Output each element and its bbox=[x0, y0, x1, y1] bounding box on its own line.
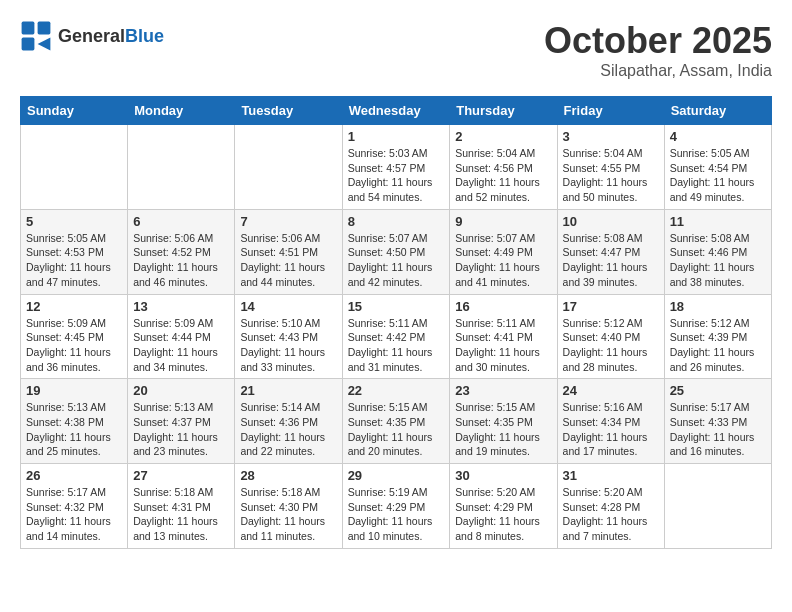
calendar-cell: 30Sunrise: 5:20 AM Sunset: 4:29 PM Dayli… bbox=[450, 464, 557, 549]
title-block: October 2025 Silapathar, Assam, India bbox=[544, 20, 772, 80]
day-number: 24 bbox=[563, 383, 659, 398]
calendar-cell: 24Sunrise: 5:16 AM Sunset: 4:34 PM Dayli… bbox=[557, 379, 664, 464]
day-number: 3 bbox=[563, 129, 659, 144]
day-number: 13 bbox=[133, 299, 229, 314]
day-number: 11 bbox=[670, 214, 766, 229]
weekday-header-friday: Friday bbox=[557, 97, 664, 125]
weekday-header-saturday: Saturday bbox=[664, 97, 771, 125]
day-number: 29 bbox=[348, 468, 445, 483]
calendar-week-row: 12Sunrise: 5:09 AM Sunset: 4:45 PM Dayli… bbox=[21, 294, 772, 379]
month-title: October 2025 bbox=[544, 20, 772, 62]
calendar-cell bbox=[664, 464, 771, 549]
calendar-cell: 10Sunrise: 5:08 AM Sunset: 4:47 PM Dayli… bbox=[557, 209, 664, 294]
calendar-cell: 9Sunrise: 5:07 AM Sunset: 4:49 PM Daylig… bbox=[450, 209, 557, 294]
day-info: Sunrise: 5:03 AM Sunset: 4:57 PM Dayligh… bbox=[348, 146, 445, 205]
day-info: Sunrise: 5:17 AM Sunset: 4:33 PM Dayligh… bbox=[670, 400, 766, 459]
svg-marker-3 bbox=[38, 38, 51, 51]
day-number: 9 bbox=[455, 214, 551, 229]
day-info: Sunrise: 5:07 AM Sunset: 4:49 PM Dayligh… bbox=[455, 231, 551, 290]
day-info: Sunrise: 5:20 AM Sunset: 4:29 PM Dayligh… bbox=[455, 485, 551, 544]
calendar-cell: 23Sunrise: 5:15 AM Sunset: 4:35 PM Dayli… bbox=[450, 379, 557, 464]
day-info: Sunrise: 5:15 AM Sunset: 4:35 PM Dayligh… bbox=[348, 400, 445, 459]
day-number: 19 bbox=[26, 383, 122, 398]
day-number: 20 bbox=[133, 383, 229, 398]
day-info: Sunrise: 5:18 AM Sunset: 4:31 PM Dayligh… bbox=[133, 485, 229, 544]
weekday-header-monday: Monday bbox=[128, 97, 235, 125]
day-info: Sunrise: 5:11 AM Sunset: 4:41 PM Dayligh… bbox=[455, 316, 551, 375]
day-number: 7 bbox=[240, 214, 336, 229]
weekday-header-row: SundayMondayTuesdayWednesdayThursdayFrid… bbox=[21, 97, 772, 125]
calendar-cell: 31Sunrise: 5:20 AM Sunset: 4:28 PM Dayli… bbox=[557, 464, 664, 549]
day-number: 30 bbox=[455, 468, 551, 483]
calendar-cell: 14Sunrise: 5:10 AM Sunset: 4:43 PM Dayli… bbox=[235, 294, 342, 379]
day-info: Sunrise: 5:04 AM Sunset: 4:55 PM Dayligh… bbox=[563, 146, 659, 205]
calendar-cell: 16Sunrise: 5:11 AM Sunset: 4:41 PM Dayli… bbox=[450, 294, 557, 379]
day-info: Sunrise: 5:06 AM Sunset: 4:52 PM Dayligh… bbox=[133, 231, 229, 290]
calendar-cell: 1Sunrise: 5:03 AM Sunset: 4:57 PM Daylig… bbox=[342, 125, 450, 210]
day-number: 4 bbox=[670, 129, 766, 144]
day-number: 1 bbox=[348, 129, 445, 144]
day-info: Sunrise: 5:13 AM Sunset: 4:38 PM Dayligh… bbox=[26, 400, 122, 459]
calendar-week-row: 5Sunrise: 5:05 AM Sunset: 4:53 PM Daylig… bbox=[21, 209, 772, 294]
calendar-cell: 15Sunrise: 5:11 AM Sunset: 4:42 PM Dayli… bbox=[342, 294, 450, 379]
calendar-cell bbox=[128, 125, 235, 210]
day-info: Sunrise: 5:15 AM Sunset: 4:35 PM Dayligh… bbox=[455, 400, 551, 459]
calendar-table: SundayMondayTuesdayWednesdayThursdayFrid… bbox=[20, 96, 772, 549]
day-info: Sunrise: 5:20 AM Sunset: 4:28 PM Dayligh… bbox=[563, 485, 659, 544]
calendar-cell: 21Sunrise: 5:14 AM Sunset: 4:36 PM Dayli… bbox=[235, 379, 342, 464]
weekday-header-thursday: Thursday bbox=[450, 97, 557, 125]
calendar-cell: 27Sunrise: 5:18 AM Sunset: 4:31 PM Dayli… bbox=[128, 464, 235, 549]
day-info: Sunrise: 5:04 AM Sunset: 4:56 PM Dayligh… bbox=[455, 146, 551, 205]
calendar-cell: 3Sunrise: 5:04 AM Sunset: 4:55 PM Daylig… bbox=[557, 125, 664, 210]
calendar-week-row: 19Sunrise: 5:13 AM Sunset: 4:38 PM Dayli… bbox=[21, 379, 772, 464]
day-info: Sunrise: 5:09 AM Sunset: 4:45 PM Dayligh… bbox=[26, 316, 122, 375]
day-number: 22 bbox=[348, 383, 445, 398]
location-title: Silapathar, Assam, India bbox=[544, 62, 772, 80]
calendar-cell: 18Sunrise: 5:12 AM Sunset: 4:39 PM Dayli… bbox=[664, 294, 771, 379]
day-number: 12 bbox=[26, 299, 122, 314]
day-number: 21 bbox=[240, 383, 336, 398]
day-number: 2 bbox=[455, 129, 551, 144]
calendar-cell: 11Sunrise: 5:08 AM Sunset: 4:46 PM Dayli… bbox=[664, 209, 771, 294]
day-number: 18 bbox=[670, 299, 766, 314]
day-info: Sunrise: 5:16 AM Sunset: 4:34 PM Dayligh… bbox=[563, 400, 659, 459]
day-info: Sunrise: 5:12 AM Sunset: 4:39 PM Dayligh… bbox=[670, 316, 766, 375]
calendar-cell: 19Sunrise: 5:13 AM Sunset: 4:38 PM Dayli… bbox=[21, 379, 128, 464]
calendar-cell: 12Sunrise: 5:09 AM Sunset: 4:45 PM Dayli… bbox=[21, 294, 128, 379]
day-info: Sunrise: 5:19 AM Sunset: 4:29 PM Dayligh… bbox=[348, 485, 445, 544]
svg-rect-2 bbox=[22, 38, 35, 51]
day-number: 25 bbox=[670, 383, 766, 398]
logo: GeneralBlue bbox=[20, 20, 164, 52]
calendar-cell bbox=[21, 125, 128, 210]
day-info: Sunrise: 5:05 AM Sunset: 4:53 PM Dayligh… bbox=[26, 231, 122, 290]
day-info: Sunrise: 5:14 AM Sunset: 4:36 PM Dayligh… bbox=[240, 400, 336, 459]
day-number: 10 bbox=[563, 214, 659, 229]
svg-rect-0 bbox=[22, 22, 35, 35]
svg-rect-1 bbox=[38, 22, 51, 35]
day-number: 27 bbox=[133, 468, 229, 483]
day-info: Sunrise: 5:08 AM Sunset: 4:46 PM Dayligh… bbox=[670, 231, 766, 290]
logo-general-text: General bbox=[58, 26, 125, 47]
day-info: Sunrise: 5:12 AM Sunset: 4:40 PM Dayligh… bbox=[563, 316, 659, 375]
day-number: 15 bbox=[348, 299, 445, 314]
day-info: Sunrise: 5:17 AM Sunset: 4:32 PM Dayligh… bbox=[26, 485, 122, 544]
calendar-cell: 6Sunrise: 5:06 AM Sunset: 4:52 PM Daylig… bbox=[128, 209, 235, 294]
day-number: 6 bbox=[133, 214, 229, 229]
day-number: 26 bbox=[26, 468, 122, 483]
day-number: 5 bbox=[26, 214, 122, 229]
calendar-cell: 5Sunrise: 5:05 AM Sunset: 4:53 PM Daylig… bbox=[21, 209, 128, 294]
day-number: 28 bbox=[240, 468, 336, 483]
day-info: Sunrise: 5:18 AM Sunset: 4:30 PM Dayligh… bbox=[240, 485, 336, 544]
day-number: 17 bbox=[563, 299, 659, 314]
day-number: 8 bbox=[348, 214, 445, 229]
logo-blue-text: Blue bbox=[125, 26, 164, 47]
page-header: GeneralBlue October 2025 Silapathar, Ass… bbox=[20, 20, 772, 80]
day-number: 31 bbox=[563, 468, 659, 483]
day-info: Sunrise: 5:05 AM Sunset: 4:54 PM Dayligh… bbox=[670, 146, 766, 205]
calendar-cell: 20Sunrise: 5:13 AM Sunset: 4:37 PM Dayli… bbox=[128, 379, 235, 464]
calendar-week-row: 1Sunrise: 5:03 AM Sunset: 4:57 PM Daylig… bbox=[21, 125, 772, 210]
calendar-cell: 17Sunrise: 5:12 AM Sunset: 4:40 PM Dayli… bbox=[557, 294, 664, 379]
weekday-header-sunday: Sunday bbox=[21, 97, 128, 125]
day-info: Sunrise: 5:11 AM Sunset: 4:42 PM Dayligh… bbox=[348, 316, 445, 375]
weekday-header-wednesday: Wednesday bbox=[342, 97, 450, 125]
